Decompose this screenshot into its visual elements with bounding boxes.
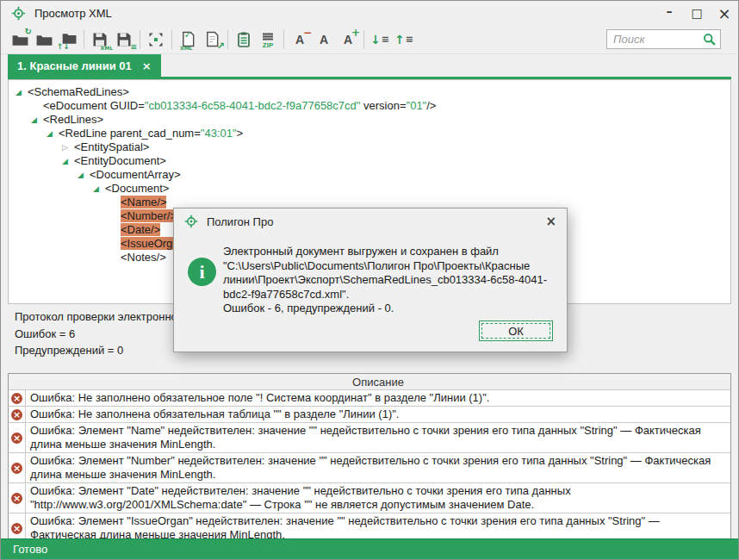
search-box [606,29,721,49]
expanded-arrow-icon[interactable]: ◢ [93,182,105,196]
font-decrease-icon: A− [288,28,312,51]
minimize-button[interactable]: – [655,1,683,25]
save-xml-button[interactable]: XML [88,28,112,51]
tree-node-label: <RedLines> [43,113,103,126]
toolbar-separator [140,30,140,49]
expanded-arrow-icon[interactable]: ◢ [47,127,59,140]
error-icon-cell: × [9,407,26,422]
tree-node-label: <DocumentArray> [90,168,181,181]
window-title: Просмотр XML [34,7,112,20]
tree-node-label: <EntityDocument> [74,154,166,167]
toolbar-separator [84,30,84,49]
tree-node[interactable]: ◢<SchemaRedLines> [9,85,730,99]
error-row[interactable]: ×Ошибка: Элемент "Number" недействителен… [9,453,730,483]
font-decrease-button[interactable]: A− [288,28,312,51]
titlebar: Просмотр XML – □ × [1,1,738,25]
dialog-message-line2: Ошибок - 6, предупреждений - 0. [223,302,561,316]
protocol-icon [232,28,256,51]
svg-text:ZIP: ZIP [263,40,274,48]
dialog-message: Электронный документ выгружен и сохранен… [223,245,561,316]
errors-table: Описание ×Ошибка: Не заполнено обязатель… [8,373,731,544]
ok-button[interactable]: ОК [479,320,553,341]
maximize-button[interactable]: □ [683,1,711,25]
expanded-arrow-icon[interactable]: ◢ [62,154,74,168]
error-icon-cell: × [9,423,26,452]
tab-label: 1. Красные линии 01 [17,59,132,72]
search-input[interactable] [613,33,702,46]
tree-node-label: <RedLine parent_cad_num="43:01"> [59,127,243,140]
tree-node[interactable]: ◢<RedLines> [9,113,730,127]
open-file-icon: ↻ [8,28,32,51]
zip-archive-button[interactable]: ZIP [256,28,280,51]
collapse-all-button[interactable]: ↑≡ [392,28,416,51]
check-xml-button[interactable]: ✓XML [176,28,200,51]
expand-all-button[interactable]: ↓≡ [368,28,392,51]
font-default-button[interactable]: A [312,28,336,51]
search-icon[interactable] [702,32,717,47]
tree-node[interactable]: ▷<EntitySpatial> [9,140,730,154]
font-increase-icon: A+ [336,28,360,51]
tree-node[interactable]: ◢<DocumentArray> [9,168,730,182]
tree-node[interactable]: ◢<EntityDocument> [9,154,730,168]
error-icon-cell: × [9,453,26,482]
dialog-logo-compass-icon [184,215,199,229]
error-description: Ошибка: Не заполнена обязательная таблиц… [26,407,730,422]
fit-to-window-icon [144,28,168,51]
status-text: Готово [13,543,47,556]
error-icon-cell: × [9,483,26,513]
tree-node-label: <Date/> [121,223,160,236]
collapse-all-icon: ↑≡ [392,28,416,51]
open-file-button[interactable]: ↻ [8,28,32,51]
error-description: Ошибка: Не заполнено обязательное поле "… [26,390,730,406]
tree-node-label: <SchemaRedLines> [28,85,129,98]
open-folder-icon [32,28,56,51]
tree-node[interactable]: ◢<RedLine parent_cad_num="43:01"> [9,127,730,140]
tree-node[interactable]: <eDocument GUID="cb013334-6c58-4041-bdc2… [9,99,730,113]
error-row[interactable]: ×Ошибка: Элемент "Name" недействителен: … [9,423,730,453]
zip-archive-icon: ZIP [256,28,280,51]
error-icon: × [11,432,22,444]
error-icon: × [11,463,22,474]
fit-to-window-button[interactable] [144,28,168,51]
errors-header-description: Описание [26,376,730,389]
tree-node-label: <Notes/> [121,251,166,264]
collapsed-arrow-icon[interactable]: ▷ [62,140,74,154]
expanded-arrow-icon[interactable]: ◢ [31,113,43,127]
toolbar-separator [227,30,228,49]
edit-document-button[interactable]: ↗ [200,28,224,51]
dialog-close-icon[interactable]: × [545,214,556,229]
app-window: Просмотр XML – □ × ↻↑↓XML≡✓XML↗ZIPA−AA+↓… [0,0,739,560]
error-row[interactable]: ×Ошибка: Не заполнено обязательное поле … [9,390,730,407]
error-description: Ошибка: Элемент "Date" недействителен: з… [26,483,730,513]
error-description: Ошибка: Элемент "Number" недействителен:… [26,453,730,482]
error-row[interactable]: ×Ошибка: Не заполнена обязательная табли… [9,407,730,423]
close-button[interactable]: × [711,1,738,25]
font-default-icon: A [312,28,336,51]
expanded-arrow-icon[interactable]: ◢ [16,85,28,99]
reload-document-button[interactable]: ↑↓ [56,28,80,51]
errors-table-header: Описание [9,374,730,390]
font-increase-button[interactable]: A+ [336,28,360,51]
expanded-arrow-icon[interactable]: ◢ [78,168,90,182]
save-xml-icon: XML [88,28,112,51]
save-protocol-button[interactable]: ≡ [112,28,136,51]
expand-all-icon: ↓≡ [368,28,392,51]
dialog-title: Полигон Про [207,215,273,228]
toolbar-separator [363,30,364,49]
error-icon: × [11,523,22,534]
edit-document-icon: ↗ [200,28,224,51]
status-bar: Готово [1,538,738,559]
error-icon-cell: × [9,390,26,406]
dialog-titlebar: Полигон Про × [174,208,567,234]
app-logo-compass-icon [11,6,26,21]
tree-node[interactable]: ◢<Document> [9,182,730,196]
save-protocol-icon: ≡ [112,28,136,51]
error-row[interactable]: ×Ошибка: Элемент "Date" недействителен: … [9,483,730,513]
tab-close-icon[interactable]: × [142,59,152,72]
tab-red-lines-01[interactable]: 1. Красные линии 01 × [8,54,161,77]
tab-bar: 1. Красные линии 01 × [1,54,738,77]
protocol-button[interactable] [232,28,256,51]
tree-node-label: <eDocument GUID="cb013334-6c58-4041-bdc2… [43,99,436,112]
open-folder-button[interactable] [32,28,56,51]
check-xml-icon: ✓XML [176,28,200,51]
